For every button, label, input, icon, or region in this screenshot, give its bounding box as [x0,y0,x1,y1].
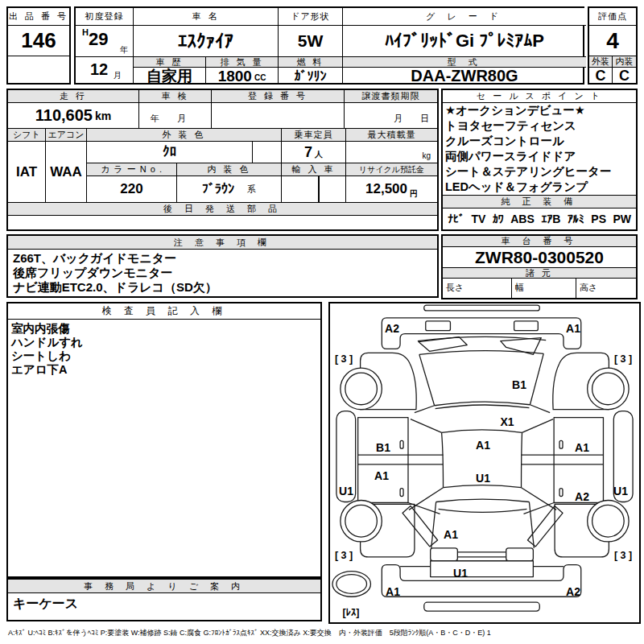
damage-label: [ 3 ] [335,550,353,561]
payload-unit: kg [422,151,431,160]
capacity-value: 7 [304,144,312,161]
displacement-label: 排 気 量 [206,56,279,68]
int-color-value: ﾌﾞﾗｳﾝ [202,182,234,196]
notice-label: 注 意 事 項 欄 [8,236,437,250]
grade-label: グ レ ー ド [343,8,586,26]
mileage-unit: km [95,109,111,122]
damage-label: A2 [385,322,399,335]
sales-point-line: クルーズコントロール [445,134,634,149]
damage-label: B1 [376,441,390,454]
legend-text: A:ｷｽﾞ U:ﾍｺﾐ B:ｷｽﾞを伴うﾍｺﾐ P:要塗装 W:補修跡 S:錆 … [8,628,641,638]
spec-length-cell: 長さ [443,279,512,298]
sales-points-content: ★オークションデビュー★トヨタセーフティセンスクルーズコントロール両側パワースラ… [443,103,636,195]
notice-line: ナビ連動ETC2.0、ドラレコ（SD欠） [13,280,432,295]
damage-label: [ 3 ] [335,353,353,365]
damage-label: A1 [476,439,490,452]
first-reg-year-cell: H 29 年 [76,26,134,56]
vehicle-detail-box: 走 行 車 検 登 録 番 号 譲渡書類期限 110,605 km 年 月 月 … [6,89,439,231]
first-reg-label: 初度登録 [76,8,134,26]
damage-label: B1 [512,378,526,391]
chassis-number: ZWR80-0300520 [443,247,636,268]
notice-content: Z66T、バックガイドモニター後席フリップダウンモニターナビ連動ETC2.0、ド… [8,250,437,296]
damage-label: A2 [566,585,580,598]
inspector-line: 室内内張傷 [11,322,317,336]
damage-label: [ﾚｽ] [343,607,360,618]
ext-color-value: ｸﾛ [87,142,253,163]
damage-label: U1 [453,567,468,580]
office-box: 事 務 局 よ り ご 案 内 キーケース [6,578,322,621]
recycle-label: リサイクル預託金 [346,163,437,176]
int-color-cell: ﾌﾞﾗｳﾝ 系 [177,176,282,203]
sales-points-label: セ ー ル ス ポ イ ン ト [443,90,636,103]
recycle-unit: 円 [410,188,418,202]
inspection-value: 年 月 [151,113,186,125]
int-color-suffix: 系 [247,184,256,196]
model-code-label: 型 式 [343,56,586,68]
later-parts-label: 後 日 発 送 部 品 [8,203,437,216]
equipment-item: ｴｱB [541,213,560,225]
notice-line: Z66T、バックガイドモニター [13,251,432,266]
ext-color-sub-cell [253,142,282,163]
capacity-label: 乗車定員 [282,129,346,142]
inspector-line: ハンドルすれ [11,336,317,349]
equipment-item: ｶﾜ [493,213,504,225]
damage-label: A1 [374,469,389,482]
inspector-line: エアロ下A [11,363,317,377]
notice-box: 注 意 事 項 欄 Z66T、バックガイドモニター後席フリップダウンモニターナビ… [6,234,439,298]
office-label: 事 務 局 よ り ご 案 内 [8,580,320,593]
model-code-value: DAA-ZWR80G [343,68,586,85]
equipment-item: TV [471,213,485,225]
damage-label: U1 [476,472,490,485]
color-no-label: カ ラ ー N o . [87,163,177,176]
damage-label: [ 3 ] [614,550,632,561]
equipment-item: PW [613,213,631,225]
displacement-value: 1800 [218,68,252,85]
import-cell [282,176,346,203]
spec-height-cell: 高さ [576,279,636,298]
int-color-label: 内 装 色 [177,163,282,176]
damage-label: A1 [444,528,458,541]
auction-number-box: 出 品 番 号 146 [6,6,71,85]
spec-width-cell: 幅 [512,279,576,298]
spec-label: 諸 元 [443,268,636,279]
capacity-unit: 人 [315,149,323,163]
fuel-value: ｶﾞｿﾘﾝ [279,68,343,85]
mileage-cell: 110,605 km [8,103,139,129]
sales-point-line: ★オークションデビュー★ [445,103,634,118]
door-shape-label: ドア形状 [279,8,343,26]
car-name-value: ｴｽｸｧｲｱ [134,26,279,56]
transfer-value: 月 日 [394,113,429,125]
displacement-unit: CC [254,73,266,85]
inspection-cell: 年 月 [139,103,212,129]
shift-value: IAT [8,142,46,203]
sales-point-line: 両側パワースライドドア [445,149,634,164]
first-reg-month: 12 [90,60,108,79]
equipment-label: 純 正 装 備 [443,195,636,208]
inspector-label: 検 査 員 記 入 欄 [8,303,320,320]
sales-point-line: トヨタセーフティセンス [445,118,634,134]
color-no-value: 220 [87,176,177,203]
first-reg-era: H [82,27,89,37]
chassis-label: 車 台 番 号 [443,236,636,247]
first-reg-year: 29 [89,29,108,50]
auction-number-empty-cell [8,56,69,83]
displacement-cell: 1800 CC [206,68,279,85]
vehicle-header-box: 初度登録 車 名 ドア形状 グ レ ー ド H 29 年 12 月 ｴｽｸｧｲｱ… [74,6,584,85]
notice-line: 後席フリップダウンモニター [13,266,432,280]
ext-color-label: 外 装 色 [87,129,282,142]
exterior-grade-value: C [589,68,613,85]
score-label: 評価点 [589,8,636,26]
mileage-value: 110,605 [35,106,93,125]
fuel-label: 燃 料 [279,56,343,68]
import-cell-divider [318,176,320,202]
first-reg-year-suffix: 年 [120,44,128,56]
aircon-label: エアコン [46,129,87,142]
score-box: 評価点 4 外装 内装 C C [588,6,638,85]
recycle-cell: 12,500 円 [346,176,437,203]
equipment-item: ｱﾙﾐ [568,213,584,225]
damage-label: A1 [566,322,580,335]
sales-points-box: セ ー ル ス ポ イ ン ト ★オークションデビュー★トヨタセーフティセンスク… [441,89,638,231]
damage-label: A2 [575,490,589,503]
transfer-cell: 月 日 [345,103,437,129]
equipment-content: ﾅﾋﾞTVｶﾜABSｴｱBｱﾙﾐPSPW [443,208,636,229]
